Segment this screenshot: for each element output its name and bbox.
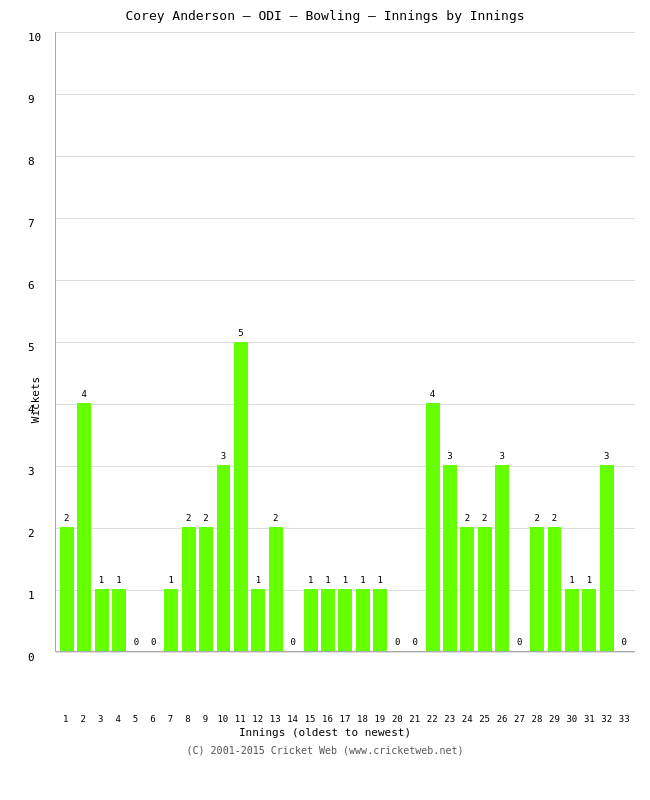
bar-value-label: 2	[182, 513, 196, 523]
bar-group: 4	[424, 32, 441, 651]
x-tick-label: 11	[232, 712, 249, 724]
bar-value-label: 1	[95, 575, 109, 585]
bar: 4	[426, 403, 440, 651]
x-tick-label: 3	[92, 712, 109, 724]
bar: 2	[199, 527, 213, 651]
bar-value-label: 3	[443, 451, 457, 461]
bar: 3	[495, 465, 509, 651]
bar: 3	[600, 465, 614, 651]
x-tick-label: 25	[476, 712, 493, 724]
bar-group: 1	[302, 32, 319, 651]
bar: 2	[182, 527, 196, 651]
bar-group: 4	[75, 32, 92, 651]
bar-value-label: 5	[234, 328, 248, 338]
bar-value-label: 1	[582, 575, 596, 585]
bar-group: 2	[459, 32, 476, 651]
y-tick-label: 0	[28, 651, 630, 664]
x-tick-label: 4	[109, 712, 126, 724]
bar-group: 1	[581, 32, 598, 651]
x-tick-label: 18	[354, 712, 371, 724]
bar: 1	[251, 589, 265, 651]
x-tick-label: 26	[493, 712, 510, 724]
bar-value-label: 2	[199, 513, 213, 523]
x-tick-label: 32	[598, 712, 615, 724]
bars-container: 241100122351201111100432230221130	[56, 32, 635, 651]
bar-group: 0	[128, 32, 145, 651]
bar-value-label: 1	[251, 575, 265, 585]
bar-group: 2	[267, 32, 284, 651]
bar-group: 1	[337, 32, 354, 651]
bar-group: 3	[441, 32, 458, 651]
plot-area: 0123456789102411001223512011111004322302…	[55, 32, 635, 652]
bar-group: 3	[494, 32, 511, 651]
x-tick-label: 2	[74, 712, 91, 724]
bar-group: 2	[58, 32, 75, 651]
x-tick-label: 28	[528, 712, 545, 724]
bar-value-label: 1	[164, 575, 178, 585]
bar-group: 0	[511, 32, 528, 651]
bar-group: 1	[372, 32, 389, 651]
y-axis-label: Wickets	[29, 377, 42, 423]
bar: 1	[582, 589, 596, 651]
bar-value-label: 0	[129, 637, 143, 647]
bar-value-label: 1	[321, 575, 335, 585]
bar-group: 2	[476, 32, 493, 651]
bar-group: 1	[563, 32, 580, 651]
bar-value-label: 3	[495, 451, 509, 461]
bar-value-label: 1	[373, 575, 387, 585]
x-tick-label: 31	[581, 712, 598, 724]
bar-value-label: 1	[304, 575, 318, 585]
bar-group: 0	[406, 32, 423, 651]
bar: 1	[95, 589, 109, 651]
x-tick-label: 24	[458, 712, 475, 724]
x-tick-label: 8	[179, 712, 196, 724]
bar: 5	[234, 342, 248, 652]
bar: 2	[530, 527, 544, 651]
x-tick-label: 1	[57, 712, 74, 724]
x-tick-label: 21	[406, 712, 423, 724]
x-tick-label: 10	[214, 712, 231, 724]
bar-value-label: 0	[617, 637, 631, 647]
x-tick-label: 14	[284, 712, 301, 724]
bar-value-label: 1	[338, 575, 352, 585]
bar-value-label: 2	[269, 513, 283, 523]
bar-group: 2	[180, 32, 197, 651]
x-tick-label: 12	[249, 712, 266, 724]
bar-group: 1	[319, 32, 336, 651]
bar: 1	[338, 589, 352, 651]
copyright: (C) 2001-2015 Cricket Web (www.cricketwe…	[0, 745, 650, 756]
bar-group: 2	[197, 32, 214, 651]
x-tick-label: 15	[301, 712, 318, 724]
bar-value-label: 1	[112, 575, 126, 585]
x-tick-label: 9	[197, 712, 214, 724]
x-tick-label: 19	[371, 712, 388, 724]
bar: 1	[373, 589, 387, 651]
bar: 1	[321, 589, 335, 651]
x-tick-label: 6	[144, 712, 161, 724]
chart-area: 0123456789102411001223512011111004322302…	[55, 32, 635, 712]
bar-group: 1	[163, 32, 180, 651]
bar: 1	[164, 589, 178, 651]
bar: 1	[304, 589, 318, 651]
bar-value-label: 2	[460, 513, 474, 523]
bar: 3	[217, 465, 231, 651]
x-tick-label: 33	[616, 712, 633, 724]
x-tick-label: 20	[389, 712, 406, 724]
x-tick-label: 29	[546, 712, 563, 724]
bar: 3	[443, 465, 457, 651]
bar-group: 1	[250, 32, 267, 651]
bar-group: 0	[284, 32, 301, 651]
bar-value-label: 0	[147, 637, 161, 647]
bar-value-label: 4	[77, 389, 91, 399]
x-axis-labels: 1234567891011121314151617181920212223242…	[55, 712, 635, 724]
bar-value-label: 1	[565, 575, 579, 585]
bar-value-label: 3	[600, 451, 614, 461]
bar-group: 1	[93, 32, 110, 651]
x-tick-label: 13	[266, 712, 283, 724]
bar: 2	[269, 527, 283, 651]
x-axis-title: Innings (oldest to newest)	[0, 726, 650, 739]
chart-title: Corey Anderson – ODI – Bowling – Innings…	[0, 0, 650, 27]
chart-container: Corey Anderson – ODI – Bowling – Innings…	[0, 0, 650, 800]
bar-group: 0	[145, 32, 162, 651]
bar-value-label: 2	[548, 513, 562, 523]
